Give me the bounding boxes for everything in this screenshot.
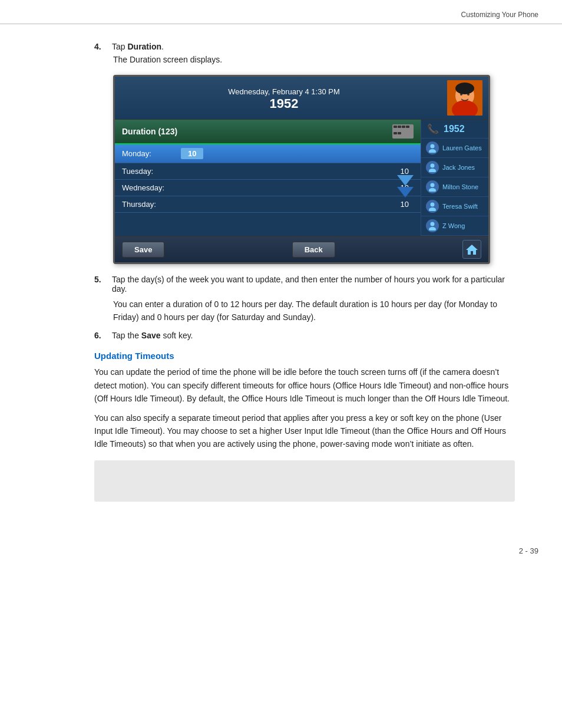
home-button[interactable] [462, 240, 481, 259]
phone-footer: Save Back [115, 236, 488, 262]
contact-milton-stone[interactable]: Milton Stone [421, 177, 488, 197]
day-value-thursday: 10 [181, 200, 414, 209]
step-4-block: 4. Tap Duration. The Duration screen dis… [94, 42, 515, 64]
step-4-instruction: Tap Duration. [112, 42, 164, 51]
svg-point-12 [431, 203, 435, 207]
svg-point-14 [431, 222, 435, 226]
step-5-number: 5. [94, 275, 108, 284]
day-value-tuesday: 10 [181, 167, 414, 176]
step-6-block: 6. Tap the Save soft key. [94, 331, 515, 340]
step-5-text: Tap the day(s) of the week you want to u… [112, 275, 515, 294]
save-button[interactable]: Save [122, 242, 164, 258]
contact-name-lauren: Lauren Gates [442, 144, 482, 151]
svg-point-15 [429, 227, 436, 230]
svg-point-11 [429, 188, 436, 192]
day-label-wednesday: Wednesday: [122, 183, 181, 192]
step-6-text: Tap the Save soft key. [112, 331, 193, 340]
contact-icon-wong [426, 219, 439, 232]
contact-name-wong: Z Wong [442, 222, 465, 229]
day-value-monday: 10 [181, 148, 203, 159]
contact-z-wong[interactable]: Z Wong [421, 216, 488, 236]
contact-icon-jack [426, 161, 439, 174]
duration-label: Duration (123) [122, 127, 177, 136]
day-row-monday[interactable]: Monday: 10 [115, 144, 421, 163]
scroll-arrows[interactable] [397, 175, 414, 197]
page-number: 2 - 39 [0, 541, 562, 561]
day-label-monday: Monday: [122, 149, 181, 158]
day-label-tuesday: Tuesday: [122, 167, 181, 176]
sidebar-number: 📞 1952 [421, 120, 488, 139]
svg-point-7 [429, 149, 436, 153]
phone-time: 1952 [270, 96, 299, 111]
sidebar-phone-icon: 📞 [427, 123, 439, 134]
section-para-1: You can update the period of time the ph… [94, 365, 515, 405]
duration-bar[interactable]: Duration (123) [115, 120, 421, 144]
contact-icon-milton [426, 180, 439, 193]
contact-name-jack: Jack Jones [442, 164, 475, 171]
step-5-para: You can enter a duration of 0 to 12 hour… [113, 298, 515, 324]
day-row-wednesday[interactable]: Wednesday: 10 [115, 180, 421, 196]
phone-body: Duration (123) Monday: 10 [115, 120, 488, 236]
step-4-number: 4. [94, 42, 108, 51]
header-title: Customizing Your Phone [461, 11, 538, 19]
contact-icon-lauren [426, 141, 439, 154]
contact-icon-teresa [426, 200, 439, 213]
contact-teresa-swift[interactable]: Teresa Swift [421, 197, 488, 216]
svg-marker-16 [466, 245, 478, 255]
day-row-thursday[interactable]: Thursday: 10 [115, 196, 421, 213]
svg-point-9 [429, 169, 436, 172]
phone-datetime: Wednesday, February 4 1:30 PM [228, 87, 340, 96]
contact-name-teresa: Teresa Swift [442, 203, 478, 210]
contact-lauren-gates[interactable]: Lauren Gates [421, 139, 488, 158]
phone-main: Duration (123) Monday: 10 [115, 120, 421, 236]
svg-point-6 [431, 144, 435, 149]
note-box [94, 460, 515, 502]
day-row-tuesday[interactable]: Tuesday: 10 [115, 163, 421, 180]
phone-avatar [447, 80, 482, 116]
step-5-block: 5. Tap the day(s) of the week you want t… [94, 275, 515, 324]
step-6-number: 6. [94, 331, 108, 340]
page-header: Customizing Your Phone [0, 0, 562, 24]
back-button[interactable]: Back [292, 242, 335, 258]
svg-point-13 [429, 207, 436, 211]
svg-point-10 [431, 183, 435, 187]
phone-right-sidebar: 📞 1952 Lauren Gates [421, 120, 488, 236]
section-para-2: You can also specify a separate timeout … [94, 411, 515, 451]
section-heading: Updating Timeouts [94, 351, 515, 361]
day-rows: Monday: 10 Tuesday: 10 Wednesday: 10 [115, 144, 421, 213]
contact-name-milton: Milton Stone [442, 183, 478, 190]
day-label-thursday: Thursday: [122, 200, 181, 209]
day-value-wednesday: 10 [181, 183, 414, 192]
svg-point-5 [455, 83, 474, 94]
duration-icon [392, 124, 414, 139]
step-4-sub: The Duration screen displays. [113, 55, 515, 64]
phone-ui: Wednesday, February 4 1:30 PM 1952 [113, 75, 490, 264]
contact-jack-jones[interactable]: Jack Jones [421, 158, 488, 177]
svg-point-8 [431, 164, 435, 168]
avatar-image [447, 80, 482, 116]
phone-header: Wednesday, February 4 1:30 PM 1952 [115, 77, 488, 120]
arrow-down-1[interactable] [397, 175, 414, 186]
